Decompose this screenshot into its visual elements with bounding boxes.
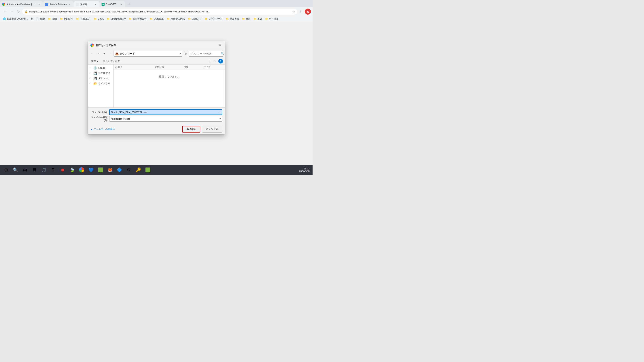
taskbar-right: 11:22 2024/5/30 bbox=[298, 167, 311, 173]
all-icon: 📁 bbox=[265, 17, 268, 20]
bookmark-translate[interactable]: 翻 bbox=[30, 17, 34, 21]
bookmark-chatgpt3[interactable]: 📁 ChatGPT bbox=[186, 17, 203, 20]
recorder-button[interactable]: ⏺ bbox=[58, 166, 67, 174]
forward-button[interactable]: → bbox=[8, 8, 14, 14]
path-dropdown-arrow[interactable]: ▾ bbox=[180, 52, 181, 55]
tab-bar: Autonomous Database | Oracle... ✕ S Sear… bbox=[0, 0, 312, 7]
star-label: ブックマーク bbox=[208, 17, 222, 20]
dialog-favicon bbox=[90, 43, 94, 47]
dialog-forward-button[interactable]: → bbox=[96, 51, 101, 56]
bookmark-download[interactable]: 📁 資源下載 bbox=[224, 17, 240, 21]
save-button[interactable]: 保存(S) bbox=[182, 126, 200, 132]
view-dropdown-button[interactable]: ▾ bbox=[213, 59, 218, 63]
dialog-close-button[interactable]: ✕ bbox=[218, 43, 222, 47]
firefox-button[interactable]: 🦊 bbox=[106, 166, 114, 174]
excel-button[interactable]: 🟩 bbox=[144, 166, 152, 174]
view-mode-button[interactable]: ☰ bbox=[207, 59, 212, 63]
filetype-dropdown-arrow[interactable]: ▾ bbox=[220, 117, 221, 120]
file-explorer-button[interactable]: 🗂 bbox=[20, 166, 29, 174]
sidebar-item-library[interactable]: › 📂 ライブラリ bbox=[88, 81, 113, 86]
filename-input[interactable]: Oracle_SSN_DLM_05300222.exe ▾ bbox=[109, 109, 222, 115]
settings-button[interactable]: ⚙ bbox=[124, 166, 133, 174]
bookmark-baidu[interactable]: 🌐 百度翻译-200种语... bbox=[2, 17, 29, 21]
dialog-back-button[interactable]: ← bbox=[90, 51, 95, 56]
col-size-header[interactable]: サイズ bbox=[204, 65, 223, 69]
tab-chatgpt[interactable]: G ChatGPT ✕ bbox=[100, 1, 125, 7]
search-input[interactable] bbox=[190, 52, 220, 55]
bookmark-project[interactable]: 📁 PROJECT bbox=[75, 17, 92, 20]
download-button[interactable]: ⬇ bbox=[298, 8, 304, 14]
library-label: ライブラリ bbox=[98, 82, 112, 85]
calendar-button[interactable]: 🗓 bbox=[49, 166, 58, 174]
path-refresh-button[interactable]: ↻ bbox=[183, 51, 188, 56]
taskbar-clock[interactable]: 11:22 2024/5/30 bbox=[298, 167, 311, 173]
dialog-titlebar: 名前を付けて保存 ✕ bbox=[88, 41, 225, 49]
bookmark-publish[interactable]: 📁 出版 bbox=[252, 17, 264, 21]
bookmark-all[interactable]: 📁 所有书签 bbox=[264, 17, 280, 21]
vold-icon: 💾 bbox=[94, 71, 97, 75]
filename-dropdown-arrow[interactable]: ▾ bbox=[220, 111, 220, 113]
new-folder-button[interactable]: 新しいフォルダー bbox=[102, 59, 124, 63]
extra1-button[interactable]: 🍃 bbox=[68, 166, 76, 174]
bookmark-star-icon[interactable]: ☆ bbox=[292, 10, 295, 13]
bookmark-stream[interactable]: 📁 StreamGallery bbox=[106, 17, 127, 20]
organize-button[interactable]: 整理 ▾ bbox=[90, 59, 100, 63]
bookmark-csdn[interactable]: 📄 csdn bbox=[35, 17, 46, 20]
library-icon: 📂 bbox=[94, 82, 97, 85]
search-button[interactable]: 🔍 bbox=[11, 166, 20, 174]
reload-button[interactable]: ↻ bbox=[16, 8, 22, 14]
col-type-header[interactable]: 種類 bbox=[184, 65, 203, 69]
bookmark-google[interactable]: 📁 GOOGLE bbox=[148, 17, 165, 20]
help-button[interactable]: ? bbox=[218, 59, 223, 63]
tab-oracle[interactable]: Autonomous Database | Oracle... ✕ bbox=[0, 1, 43, 7]
tab-blank-close[interactable]: ✕ bbox=[94, 2, 97, 6]
tab-chatgpt-close[interactable]: ✕ bbox=[120, 2, 123, 6]
bookmark-giga[interactable]: 📁 GIGA bbox=[92, 17, 105, 20]
extra3-button[interactable]: 🔷 bbox=[115, 166, 124, 174]
filetype-value: Application (*.exe) bbox=[111, 117, 220, 120]
hide-folders-toggle[interactable]: ▲ フォルダーの非表示 bbox=[90, 128, 115, 131]
tab-blank[interactable]: 无标题 ✕ bbox=[74, 1, 100, 7]
tab-search-software[interactable]: S Search Software ✕ bbox=[43, 1, 74, 7]
path-bar[interactable]: 📥 ダウンロード ▾ bbox=[114, 51, 182, 57]
vole-label: ボリューム (E:) bbox=[98, 77, 112, 80]
file-list: 処理しています... bbox=[114, 70, 225, 107]
bookmark-tech2[interactable]: 📁 技術 bbox=[241, 17, 252, 21]
filetype-select[interactable]: Application (*.exe) ▾ bbox=[109, 116, 222, 122]
sidebar-item-vold[interactable]: › 💾 新加卷 (D:) bbox=[88, 70, 113, 76]
library-expand-arrow: › bbox=[90, 82, 92, 84]
sidebar-item-osc[interactable]: › 💿 OS (C:) bbox=[88, 65, 113, 70]
column-headers: 名前 ▾ 更新日時 種類 サイズ bbox=[114, 64, 225, 70]
search-favicon: S bbox=[45, 3, 48, 6]
browser-chrome: Autonomous Database | Oracle... ✕ S Sear… bbox=[0, 0, 312, 22]
bookmark-star[interactable]: ⭐ ブックマーク bbox=[203, 17, 224, 21]
chrome-taskbar-button[interactable] bbox=[77, 166, 86, 174]
dialog-up-button[interactable]: ↑ bbox=[108, 51, 113, 56]
vscode-button[interactable]: 💙 bbox=[87, 166, 95, 174]
profile-button[interactable]: W bbox=[305, 8, 311, 14]
col-date-header[interactable]: 更新日時 bbox=[154, 65, 184, 69]
task-view-button[interactable]: 🖥 bbox=[30, 166, 39, 174]
back-button[interactable]: ← bbox=[2, 8, 8, 14]
new-tab-button[interactable]: + bbox=[126, 1, 132, 7]
sidebar-item-vole[interactable]: › 💾 ボリューム (E:) bbox=[88, 76, 113, 81]
bookmark-personal[interactable]: 📁 推進个人网站 bbox=[166, 17, 186, 21]
tab-search-close[interactable]: ✕ bbox=[68, 2, 72, 6]
dialog-dropdown-button[interactable]: ▾ bbox=[102, 51, 107, 56]
bookmark-tech[interactable]: 📁 技術学習資料 bbox=[127, 17, 148, 21]
cancel-button[interactable]: キャンセル bbox=[202, 126, 222, 132]
search-box[interactable]: 🔍 bbox=[189, 51, 223, 57]
star-icon: ⭐ bbox=[204, 17, 208, 20]
security-button[interactable]: 🔑 bbox=[134, 166, 142, 174]
dialog-nav-bar: ← → ▾ ↑ 📥 ダウンロード ▾ ↻ 🔍 bbox=[88, 49, 225, 58]
tab-chatgpt-title: ChatGPT bbox=[106, 3, 118, 5]
col-name-header[interactable]: 名前 ▾ bbox=[115, 65, 154, 69]
tab-oracle-close[interactable]: ✕ bbox=[37, 2, 41, 6]
csdn-icon: 📄 bbox=[36, 17, 39, 20]
bookmark-tools[interactable]: 📁 tools bbox=[46, 17, 58, 20]
bookmark-chatgpt2[interactable]: 📁 chatGPT bbox=[58, 17, 74, 20]
start-button[interactable]: ⊞ bbox=[2, 166, 10, 174]
media-button[interactable]: 🎵 bbox=[40, 166, 48, 174]
address-bar[interactable]: 🔒 stamptls2.directdlm.com/stamp/91c078d8… bbox=[22, 8, 297, 14]
extra2-button[interactable]: 🟩 bbox=[96, 166, 105, 174]
